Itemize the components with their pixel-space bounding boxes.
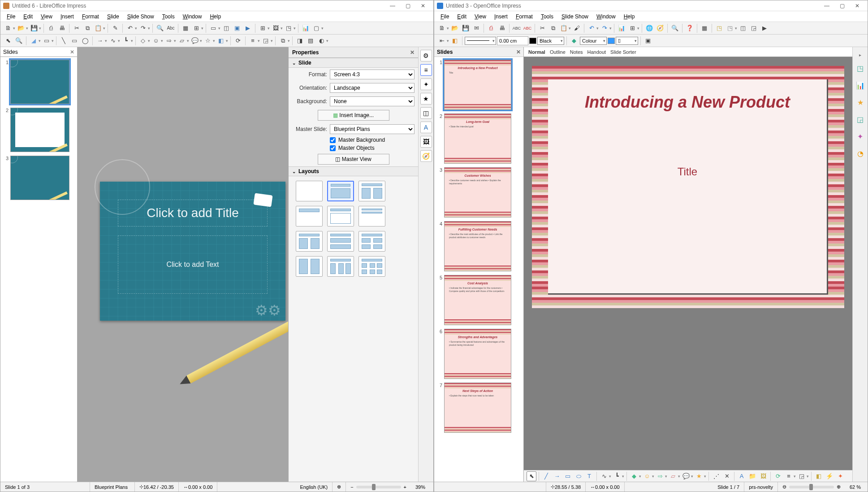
menu-slide-show[interactable]: Slide Show	[124, 13, 158, 21]
insert-image-button[interactable]: ▦ Insert Image...	[318, 110, 389, 121]
duplicate-slide-icon[interactable]: ◫	[738, 23, 748, 33]
menu-tools[interactable]: Tools	[537, 13, 557, 21]
zoom-out-icon[interactable]: −	[350, 484, 353, 490]
redo-icon[interactable]: ↷	[600, 23, 609, 33]
maximize-button[interactable]: ▢	[400, 1, 415, 11]
block-arrows-icon[interactable]: ⇨	[655, 471, 665, 481]
display-views-icon[interactable]: ▭	[208, 23, 218, 33]
menu-help[interactable]: Help	[206, 13, 225, 21]
basic-shapes-icon[interactable]: ◇	[138, 36, 148, 46]
sidebar-gallery-icon[interactable]: ◔	[854, 147, 867, 160]
slide-layout-icon[interactable]: ◳	[725, 23, 735, 33]
rotate-icon[interactable]: ⟳	[773, 471, 783, 481]
close-slides-panel[interactable]: ✕	[516, 49, 521, 55]
content-placeholder[interactable]: Click to add Text	[118, 235, 268, 294]
menu-file[interactable]: File	[3, 13, 19, 21]
align-icon[interactable]: ≡	[784, 471, 794, 481]
cut-icon[interactable]: ✂	[72, 23, 82, 33]
new-doc-icon[interactable]: 🗎	[437, 23, 447, 33]
zoom-percent[interactable]: 39%	[411, 482, 433, 492]
filter-icon[interactable]: ◐	[316, 36, 326, 46]
distribute-icon[interactable]: ⧉	[278, 36, 288, 46]
menu-edit[interactable]: Edit	[453, 13, 470, 21]
find-icon[interactable]: 🔍	[155, 23, 165, 33]
line-tool-icon[interactable]: ╱	[541, 471, 551, 481]
select-tool-icon[interactable]: ⬉	[527, 471, 536, 481]
points-icon[interactable]: ⋰	[711, 471, 721, 481]
menu-window[interactable]: Window	[179, 13, 206, 21]
paste-icon[interactable]: 📋	[559, 23, 569, 33]
slide-thumb[interactable]: Cost Analysis• Indicate the financial ad…	[444, 275, 511, 325]
zoom-out-icon[interactable]: ⊖	[782, 484, 786, 490]
flowchart-icon[interactable]: ▱	[177, 36, 187, 46]
collapse-icon[interactable]: ⌄	[292, 61, 296, 65]
menu-format[interactable]: Format	[78, 13, 103, 21]
export-pdf-icon[interactable]: ⎙	[46, 23, 56, 33]
minimize-button[interactable]: —	[385, 1, 400, 11]
slide-thumb[interactable]: Introducing a New ProductTitle	[444, 60, 511, 110]
arrange-icon[interactable]: ◲	[797, 471, 807, 481]
basic-shapes-icon[interactable]: ◆	[629, 471, 639, 481]
zoom-slider[interactable]	[356, 486, 401, 488]
slide-title[interactable]: Introducing a New Product	[561, 93, 813, 112]
crop-icon[interactable]: ▧	[306, 36, 315, 46]
slide-show-icon[interactable]: ▶	[760, 23, 769, 33]
layout-v1[interactable]	[296, 256, 323, 277]
slide-canvas[interactable]: Click to add Title Click to add Text ⚙⚙	[100, 182, 285, 321]
zoom-tool-icon[interactable]: 🔍	[14, 36, 24, 46]
status-language[interactable]: English (UK)	[295, 482, 333, 492]
slide-editor[interactable]: Click to add Title Click to add Text ⚙⚙	[78, 47, 288, 482]
flowchart-icon[interactable]: ▱	[668, 471, 678, 481]
menu-file[interactable]: File	[437, 13, 453, 21]
line-style-select[interactable]	[465, 37, 496, 45]
menu-help[interactable]: Help	[620, 13, 639, 21]
slide-canvas[interactable]: Introducing a New Product Title	[532, 66, 844, 308]
connector-tool-icon[interactable]: ┗	[612, 471, 622, 481]
background-select[interactable]: None	[330, 96, 415, 106]
redo-icon[interactable]: ↷	[138, 23, 148, 33]
arrow-tool-icon[interactable]: →	[552, 471, 562, 481]
zoom-in-icon[interactable]: ⊕	[837, 484, 841, 490]
grid-icon[interactable]: ▦	[181, 23, 190, 33]
zoom-slider[interactable]	[789, 486, 834, 488]
interaction-icon[interactable]: ⚡	[825, 471, 834, 481]
close-window-button[interactable]: ✕	[850, 1, 865, 11]
snap-icon[interactable]: ⊞	[191, 23, 201, 33]
format-select[interactable]: Screen 4:3	[330, 70, 415, 79]
menu-view[interactable]: View	[471, 13, 490, 21]
shadow-icon[interactable]: ▣	[643, 36, 653, 46]
layout-grid4[interactable]	[358, 231, 385, 252]
arrow-tool-icon[interactable]: →	[95, 36, 105, 46]
menu-tools[interactable]: Tools	[159, 13, 178, 21]
area-icon[interactable]: ◆	[569, 36, 579, 46]
cut-icon[interactable]: ✂	[537, 23, 547, 33]
fill-color-swatch[interactable]	[608, 38, 615, 44]
hyperlink-icon[interactable]: 🌐	[644, 23, 654, 33]
view-tab-normal[interactable]: Normal	[528, 49, 545, 55]
master-objects-checkbox[interactable]	[330, 145, 336, 151]
layout-blank[interactable]	[296, 181, 323, 201]
menu-slide[interactable]: Slide	[104, 13, 123, 21]
collapse-icon[interactable]: ⌄	[292, 169, 296, 174]
chart-icon[interactable]: 📊	[301, 23, 311, 33]
view-tab-notes[interactable]: Notes	[570, 49, 583, 55]
shadow-icon[interactable]: ◨	[295, 36, 305, 46]
gluepoints-icon[interactable]: ✕	[722, 471, 732, 481]
menu-edit[interactable]: Edit	[20, 13, 36, 21]
gallery-icon[interactable]: 🖼	[758, 471, 768, 481]
zoom-percent[interactable]: 62 %	[845, 482, 868, 492]
fill-color-select[interactable]: ▯	[616, 37, 638, 45]
slide-design-icon[interactable]: ◳	[714, 23, 724, 33]
table-icon[interactable]: ⊞	[627, 23, 637, 33]
align-icon[interactable]: ≡	[248, 36, 258, 46]
curve-tool-icon[interactable]: ∿	[599, 471, 609, 481]
media-icon[interactable]: ◳	[284, 23, 294, 33]
slide-thumb[interactable]	[10, 108, 69, 152]
slide-thumb[interactable]: Long-term Goal• State the intended goal	[444, 113, 511, 164]
connector-tool-icon[interactable]: ┗	[121, 36, 131, 46]
email-icon[interactable]: ✉	[471, 23, 481, 33]
grid-icon[interactable]: ▦	[700, 23, 709, 33]
menu-window[interactable]: Window	[593, 13, 619, 21]
slide-subtitle[interactable]: Title	[561, 165, 813, 178]
sidebar-gallery-icon[interactable]: 🖼	[420, 136, 432, 148]
